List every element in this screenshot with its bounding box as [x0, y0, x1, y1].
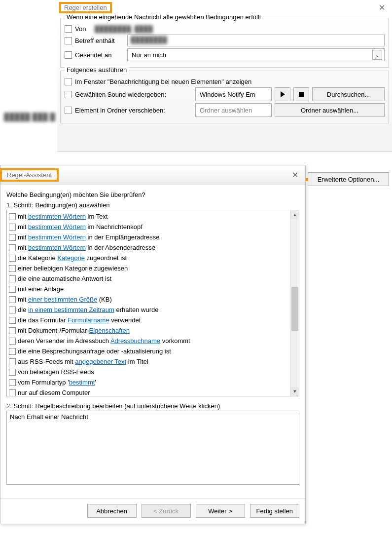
checkbox-subject[interactable] — [65, 37, 72, 44]
chevron-down-icon[interactable]: ⌄ — [372, 50, 382, 60]
condition-checkbox[interactable] — [9, 307, 16, 313]
conditions-listbox[interactable]: mit bestimmten Wörtern im Textmit bestim… — [6, 210, 299, 396]
row-sent-to: Gesendet an Nur an mich ⌄ — [65, 48, 385, 61]
condition-checkbox[interactable] — [9, 213, 16, 220]
label-notify: Im Fenster "Benachrichtigung bei neuen E… — [75, 78, 251, 85]
question-label: Welche Bedingung(en) möchten Sie überprü… — [6, 191, 299, 198]
condition-checkbox[interactable] — [9, 379, 16, 386]
advanced-options-button[interactable]: Erweiterte Optionen... — [308, 172, 389, 186]
condition-link[interactable]: Eigenschaften — [89, 327, 129, 334]
play-icon — [281, 91, 285, 97]
condition-checkbox[interactable] — [9, 317, 16, 324]
condition-checkbox[interactable] — [9, 265, 16, 272]
scroll-down-icon[interactable]: ▼ — [290, 387, 299, 396]
checkbox-move[interactable] — [65, 107, 72, 114]
condition-row[interactable]: mit bestimmten Wörtern im Text — [8, 211, 289, 222]
condition-row[interactable]: die das Formular Formularname verwendet — [8, 315, 289, 325]
condition-checkbox[interactable] — [9, 389, 16, 396]
sound-name-box: Windows Notify Em — [195, 87, 272, 101]
condition-row[interactable]: die in einem bestimmten Zeitraum erhalte… — [8, 305, 289, 315]
condition-text: einer beliebigen Kategorie zugewiesen — [18, 264, 128, 273]
close-icon[interactable]: ✕ — [375, 2, 389, 13]
sent-to-value: Nur an mich — [132, 51, 166, 59]
scrollbar[interactable]: ▲ ▼ — [290, 210, 299, 396]
label-move: Element in Ordner verschieben: — [75, 107, 192, 114]
condition-row[interactable]: mit bestimmten Wörtern im Nachrichtenkop… — [8, 222, 289, 232]
condition-link[interactable]: angegebener Text — [75, 358, 126, 365]
condition-checkbox[interactable] — [9, 275, 16, 282]
next-button[interactable]: Weiter > — [196, 504, 245, 518]
condition-row[interactable]: aus RSS-Feeds mit angegebener Text im Ti… — [8, 356, 289, 367]
back-button[interactable]: < Zurück — [142, 504, 191, 518]
background-obscured-text: █████ ███ █ — [4, 113, 55, 121]
condition-row[interactable]: mit Dokument-/Formular-Eigenschaften — [8, 325, 289, 336]
condition-checkbox[interactable] — [9, 348, 16, 355]
subject-input[interactable]: ████████ — [127, 35, 385, 46]
condition-link[interactable]: Kategorie — [57, 254, 85, 262]
condition-row[interactable]: deren Versender im Adressbuch Adressbuch… — [8, 336, 289, 346]
condition-checkbox[interactable] — [9, 255, 16, 262]
condition-link[interactable]: Adressbuchname — [110, 337, 160, 345]
dialog2-titlebar: Regel-Assistent ✕ — [0, 165, 305, 185]
condition-checkbox[interactable] — [9, 234, 16, 241]
cancel-button[interactable]: Abbrechen — [87, 504, 137, 518]
condition-text: aus RSS-Feeds mit angegebener Text im Ti… — [18, 357, 148, 366]
folder-name-box: Ordner auswählen — [195, 103, 272, 117]
checkbox-sent-to[interactable] — [65, 51, 72, 59]
condition-link[interactable]: bestimmten Wörtern — [28, 213, 86, 220]
condition-text: die Kategorie Kategorie zugeordnet ist — [18, 253, 127, 263]
dialog2-button-row: Abbrechen < Zurück Weiter > Fertig stell… — [0, 499, 305, 524]
condition-checkbox[interactable] — [9, 224, 16, 231]
row-subject: Betreff enthält ████████ — [65, 35, 385, 46]
scroll-thumb[interactable] — [291, 287, 298, 331]
label-sound: Gewählten Sound wiedergeben: — [75, 91, 192, 98]
condition-link[interactable]: einer bestimmten Größe — [28, 296, 97, 303]
condition-link[interactable]: bestimmten Wörtern — [28, 223, 86, 231]
finish-button[interactable]: Fertig stellen — [250, 504, 299, 518]
dialog1-titlebar: Regel erstellen ✕ — [57, 0, 392, 15]
condition-row[interactable]: mit bestimmten Wörtern in der Absenderad… — [8, 242, 289, 253]
condition-link[interactable]: bestimmt — [69, 379, 95, 386]
condition-row[interactable]: nur auf diesem Computer — [8, 387, 289, 396]
condition-text: mit einer Anlage — [18, 284, 64, 294]
condition-row[interactable]: die eine automatische Antwort ist — [8, 273, 289, 284]
condition-text: mit bestimmten Wörtern in der Empfängera… — [18, 232, 160, 242]
browse-folder-button[interactable]: Ordner auswählen... — [275, 103, 385, 117]
stop-button[interactable] — [293, 87, 309, 101]
rule-description-box[interactable]: Nach Erhalt einer Nachricht — [6, 411, 299, 485]
condition-text: mit Dokument-/Formular-Eigenschaften — [18, 326, 130, 335]
condition-checkbox[interactable] — [9, 369, 16, 376]
checkbox-from[interactable] — [65, 25, 72, 33]
rule-description-text: Nach Erhalt einer Nachricht — [10, 413, 88, 421]
row-sound: Gewählten Sound wiedergeben: Windows Not… — [65, 87, 385, 101]
condition-checkbox[interactable] — [9, 244, 16, 251]
sent-to-combobox[interactable]: Nur an mich ⌄ — [127, 48, 385, 61]
condition-checkbox[interactable] — [9, 327, 16, 334]
condition-row[interactable]: mit bestimmten Wörtern in der Empfängera… — [8, 232, 289, 242]
condition-row[interactable]: einer beliebigen Kategorie zugewiesen — [8, 263, 289, 273]
condition-row[interactable]: die eine Besprechungsanfrage oder -aktua… — [8, 346, 289, 356]
condition-row[interactable]: mit einer bestimmten Größe (KB) — [8, 294, 289, 305]
checkbox-notify[interactable] — [65, 78, 72, 85]
condition-row[interactable]: vom Formulartyp 'bestimmt' — [8, 377, 289, 387]
browse-sound-button[interactable]: Durchsuchen... — [312, 87, 385, 101]
condition-row[interactable]: die Kategorie Kategorie zugeordnet ist — [8, 253, 289, 263]
scroll-up-icon[interactable]: ▲ — [290, 210, 299, 219]
close-icon[interactable]: ✕ — [288, 169, 302, 181]
group-conditions-label: Wenn eine eingehende Nachricht alle gewä… — [65, 13, 263, 21]
dialog-rule-assistant: Regel-Assistent ✕ Welche Bedingung(en) m… — [0, 165, 306, 524]
step2-label: 2. Schritt: Regelbeschreibung bearbeiten… — [6, 402, 299, 410]
condition-checkbox[interactable] — [9, 286, 16, 293]
condition-link[interactable]: Formularname — [68, 316, 109, 324]
play-button[interactable] — [275, 87, 290, 101]
condition-row[interactable]: mit einer Anlage — [8, 284, 289, 294]
condition-checkbox[interactable] — [9, 296, 16, 303]
condition-checkbox[interactable] — [9, 358, 16, 365]
condition-text: die in einem bestimmten Zeitraum erhalte… — [18, 305, 158, 314]
condition-checkbox[interactable] — [9, 338, 16, 345]
condition-link[interactable]: in einem bestimmten Zeitraum — [28, 306, 114, 313]
condition-link[interactable]: bestimmten Wörtern — [28, 233, 86, 241]
condition-link[interactable]: bestimmten Wörtern — [28, 244, 86, 251]
checkbox-sound[interactable] — [65, 91, 72, 98]
condition-row[interactable]: von beliebigen RSS-Feeds — [8, 367, 289, 377]
